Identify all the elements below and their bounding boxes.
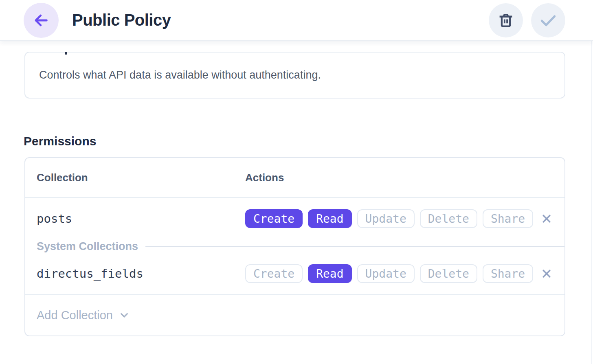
- permissions-rows: postsCreateReadUpdateDeleteShareSystem C…: [25, 198, 564, 295]
- drawer-body: Controls what API data is available with…: [0, 52, 593, 336]
- create-directus_fields-toggle[interactable]: Create: [245, 264, 303, 283]
- actions-column-header: Actions: [245, 171, 529, 184]
- permission-row-directus_fields: directus_fieldsCreateReadUpdateDeleteSha…: [25, 253, 564, 295]
- close-icon: [540, 267, 553, 280]
- page-title: Public Policy: [72, 11, 171, 29]
- permissions-table: Collection Actions postsCreateReadUpdate…: [24, 157, 565, 336]
- add-collection-button[interactable]: Add Collection: [25, 295, 564, 335]
- trash-icon: [497, 12, 514, 29]
- actions-cell: CreateReadUpdateDeleteShare: [245, 264, 529, 283]
- permissions-heading: Permissions: [24, 134, 565, 148]
- collection-name: posts: [25, 212, 245, 226]
- update-posts-toggle[interactable]: Update: [357, 209, 415, 228]
- check-icon: [538, 10, 558, 31]
- actions-cell: CreateReadUpdateDeleteShare: [245, 209, 529, 228]
- update-directus_fields-toggle[interactable]: Update: [357, 264, 415, 283]
- arrow-left-icon: [32, 11, 51, 30]
- back-button[interactable]: [24, 3, 59, 38]
- read-posts-toggle[interactable]: Read: [308, 209, 351, 228]
- collection-name: directus_fields: [25, 267, 245, 281]
- add-collection-label: Add Collection: [37, 309, 113, 322]
- header-actions: [489, 3, 565, 37]
- permissions-table-header: Collection Actions: [25, 158, 564, 198]
- delete-posts-toggle[interactable]: Delete: [420, 209, 477, 228]
- chevron-down-icon: [118, 309, 131, 322]
- delete-directus_fields-toggle[interactable]: Delete: [420, 264, 477, 283]
- divider-line: [145, 246, 564, 247]
- collection-column-header: Collection: [25, 171, 245, 184]
- delete-policy-button[interactable]: [489, 3, 523, 37]
- remove-posts-button[interactable]: [538, 211, 555, 227]
- drawer-header: Public Policy: [0, 0, 593, 41]
- panel-right-edge-lower: [591, 41, 592, 364]
- clipped-field-label-fragment: [65, 52, 67, 55]
- remove-directus_fields-button[interactable]: [538, 265, 555, 282]
- close-icon: [540, 212, 553, 225]
- description-input[interactable]: Controls what API data is available with…: [24, 52, 565, 99]
- system-collections-divider: System Collections: [25, 239, 564, 253]
- description-value: Controls what API data is available with…: [39, 69, 321, 81]
- permission-row-posts: postsCreateReadUpdateDeleteShare: [25, 198, 564, 239]
- create-posts-toggle[interactable]: Create: [245, 209, 303, 228]
- share-posts-toggle[interactable]: Share: [483, 209, 533, 228]
- system-collections-label: System Collections: [37, 240, 138, 253]
- save-policy-button[interactable]: [531, 3, 565, 37]
- share-directus_fields-toggle[interactable]: Share: [483, 264, 533, 283]
- read-directus_fields-toggle[interactable]: Read: [308, 264, 351, 283]
